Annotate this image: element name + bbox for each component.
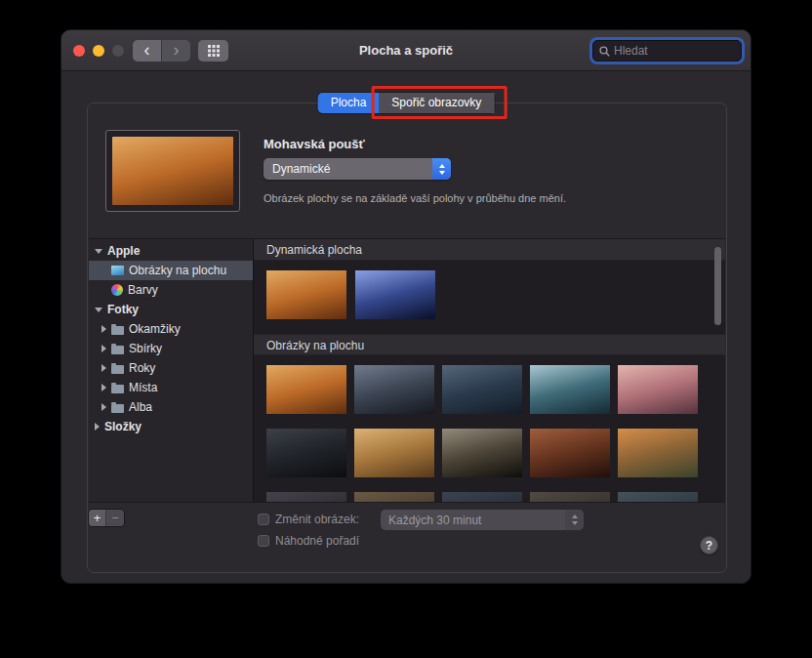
minimize-button[interactable] [93, 45, 104, 57]
popup-stepper-icon [432, 158, 451, 180]
wallpaper-thumb-dune-shadow[interactable] [442, 429, 522, 477]
zoom-button[interactable] [112, 45, 124, 57]
window-title: Plocha a spořič [237, 30, 575, 71]
wallpaper-thumb-city-night[interactable] [266, 429, 346, 477]
tab-sporic-obrazovky[interactable]: Spořič obrazovky [379, 93, 494, 113]
mode-popup-button[interactable]: Dynamické [264, 158, 451, 180]
disclosure-right-icon[interactable] [95, 423, 100, 431]
wallpaper-thumb-mojave-day[interactable] [266, 365, 346, 414]
sidebar-item-label: Barvy [128, 283, 158, 297]
dynamic-thumb-row [266, 270, 435, 319]
add-remove-control: + − [89, 510, 124, 526]
system-preferences-window: ‹ › Plocha a spořič [61, 29, 751, 584]
wallpaper-thumb-red-rocks[interactable] [530, 429, 610, 477]
change-picture-label: Změnit obrázek: [275, 513, 359, 526]
folder-icon [111, 326, 124, 335]
tab-bar: Plocha Spořič obrazovky [318, 93, 495, 113]
chevron-left-icon: ‹ [144, 41, 150, 59]
wallpaper-browser: Apple Obrázky na plochu Barvy Fotky [89, 238, 725, 503]
wallpaper-description: Obrázek plochy se na základě vaší polohy… [264, 192, 703, 204]
forward-button[interactable]: › [162, 40, 190, 62]
show-all-button[interactable] [198, 40, 228, 62]
add-folder-button[interactable]: + [89, 510, 106, 526]
desktop-background: ‹ › Plocha a spořič [0, 0, 812, 658]
sidebar-item-label: Roky [129, 361, 155, 375]
sidebar-group-label: Složky [104, 420, 142, 433]
sidebar-group-label: Apple [107, 244, 140, 258]
wallpaper-thumb-partial[interactable] [354, 492, 434, 502]
sidebar-item-label: Okamžiky [129, 322, 181, 336]
wallpaper-thumb-partial[interactable] [442, 492, 522, 502]
desktop-pictures-icon [111, 266, 124, 275]
sidebar-item-mista[interactable]: Místa [89, 378, 253, 397]
sidebar-item-sbirky[interactable]: Sbírky [89, 339, 253, 358]
random-order-label: Náhodné pořadí [275, 534, 359, 548]
traffic-lights [73, 30, 124, 70]
change-picture-checkbox[interactable] [258, 514, 269, 525]
interval-popup-value: Každých 30 minut [381, 514, 565, 527]
tab-plocha[interactable]: Plocha [318, 93, 380, 113]
wallpaper-preview-frame [105, 130, 240, 212]
random-order-row: Náhodné pořadí [258, 534, 359, 548]
sidebar-item-roky[interactable]: Roky [89, 358, 253, 378]
disclosure-right-icon[interactable] [102, 364, 106, 372]
section-header-desktop-pictures: Obrázky na plochu [254, 334, 725, 355]
folder-icon [111, 404, 124, 413]
close-button[interactable] [73, 45, 85, 57]
help-button[interactable]: ? [700, 536, 718, 555]
sidebar-group-slozky[interactable]: Složky [89, 417, 253, 436]
nav-buttons: ‹ › [133, 40, 190, 62]
disclosure-down-icon[interactable] [95, 249, 102, 254]
sidebar-item-label: Obrázky na plochu [129, 264, 226, 277]
sidebar-group-fotky[interactable]: Fotky [89, 300, 253, 319]
search-input[interactable] [614, 44, 735, 58]
wallpaper-grid [266, 365, 698, 502]
folder-icon [111, 346, 124, 354]
wallpaper-thumb-sand-dunes[interactable] [354, 429, 434, 477]
wallpaper-name: Mohavská poušť [264, 137, 365, 151]
wallpaper-thumb-mojave-dynamic[interactable] [266, 270, 346, 319]
source-list: Apple Obrázky na plochu Barvy Fotky [89, 239, 254, 502]
disclosure-right-icon[interactable] [102, 384, 106, 391]
interval-popup-button[interactable]: Každých 30 minut [381, 510, 584, 530]
wallpaper-thumb-teal-horizon[interactable] [530, 365, 610, 414]
sidebar-group-label: Fotky [107, 303, 139, 316]
wallpaper-thumb-partial[interactable] [530, 492, 610, 502]
tab-content-box: Mohavská poušť Dynamické Obrázek plochy … [87, 103, 727, 573]
random-order-checkbox[interactable] [258, 535, 269, 547]
sidebar-item-label: Alba [129, 400, 152, 414]
popup-stepper-icon [565, 510, 584, 530]
disclosure-right-icon[interactable] [102, 345, 106, 352]
scrollbar-thumb[interactable] [714, 247, 721, 325]
wallpaper-thumb-mojave-night[interactable] [354, 365, 434, 414]
sidebar-group-apple[interactable]: Apple [89, 241, 253, 261]
disclosure-right-icon[interactable] [102, 325, 106, 333]
back-button[interactable]: ‹ [133, 40, 161, 62]
sidebar-item-alba[interactable]: Alba [89, 397, 253, 417]
grid-icon [208, 45, 220, 57]
wallpaper-panel: Dynamická plocha Obrázky na plochu [254, 239, 725, 502]
colors-icon [111, 284, 123, 296]
wallpaper-thumb-rose-rock[interactable] [618, 365, 698, 414]
wallpaper-thumb-autumn-peaks[interactable] [618, 429, 698, 477]
mode-popup-value: Dynamické [264, 162, 432, 176]
wallpaper-thumb-solar-gradients[interactable] [355, 270, 435, 319]
wallpaper-thumb-partial[interactable] [266, 492, 346, 502]
wallpaper-thumb-partial[interactable] [618, 492, 698, 502]
wallpaper-thumb-lake-rock[interactable] [442, 365, 522, 414]
sidebar-item-okamziky[interactable]: Okamžiky [89, 319, 253, 339]
titlebar[interactable]: ‹ › Plocha a spořič [61, 30, 751, 71]
disclosure-right-icon[interactable] [102, 403, 106, 411]
scrollbar[interactable] [712, 241, 723, 500]
disclosure-down-icon[interactable] [95, 308, 102, 312]
folder-icon [111, 385, 124, 393]
remove-folder-button[interactable]: − [106, 510, 124, 526]
sidebar-item-label: Místa [129, 381, 157, 394]
sidebar-item-obrazky-na-plochu[interactable]: Obrázky na plochu [89, 261, 253, 280]
sidebar-item-barvy[interactable]: Barvy [89, 280, 253, 300]
wallpaper-preview-image [112, 137, 233, 205]
sidebar-item-label: Sbírky [129, 342, 162, 355]
change-picture-row: Změnit obrázek: [258, 513, 359, 526]
search-field[interactable] [592, 40, 742, 62]
folder-icon [111, 365, 124, 374]
